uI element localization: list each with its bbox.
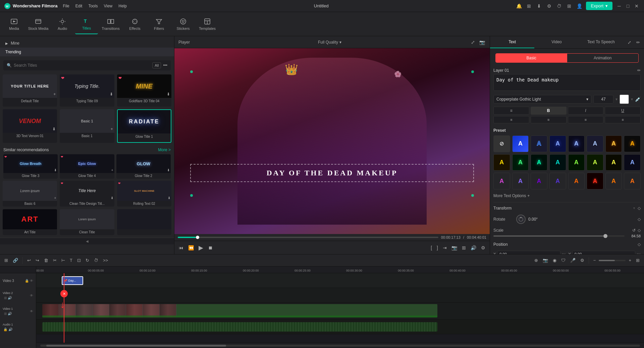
menu-edit[interactable]: Edit bbox=[75, 4, 83, 8]
a1-vol-icon[interactable]: 🔊 bbox=[8, 328, 12, 331]
bold-button[interactable]: B bbox=[531, 107, 567, 115]
more-text-options[interactable]: More Text Options + bbox=[493, 192, 641, 201]
quality-selector[interactable]: Full Quality ▾ bbox=[318, 40, 341, 45]
scale-reset-icon[interactable]: ↺ bbox=[632, 228, 636, 233]
preset-12[interactable]: A bbox=[568, 154, 585, 171]
more-tile-art[interactable]: ART Art Title bbox=[3, 209, 57, 235]
rotate-dial[interactable] bbox=[516, 215, 526, 224]
video-clip[interactable] bbox=[42, 304, 437, 317]
ba-tab-animation[interactable]: Animation bbox=[567, 54, 639, 62]
collapse-panel-button[interactable]: ◀ bbox=[0, 238, 174, 244]
align-right-button[interactable]: ≡ bbox=[568, 116, 604, 123]
export-button[interactable]: Export ▾ bbox=[586, 2, 612, 10]
tl-minus-zoom-button[interactable]: − bbox=[592, 257, 598, 264]
tl-mic-button[interactable]: 🎤 bbox=[569, 257, 577, 264]
tl-plus-zoom-button[interactable]: + bbox=[627, 257, 633, 264]
layer-edit-icon[interactable]: ✏ bbox=[637, 68, 641, 73]
tl-cut-button[interactable]: ✂ bbox=[51, 257, 58, 264]
nav-mine[interactable]: ▶ Mine bbox=[0, 39, 174, 48]
v1-pip-icon[interactable]: ⊞ bbox=[4, 312, 7, 315]
text-content-input[interactable]: Day of the Dead makeup bbox=[493, 74, 641, 91]
import-icon[interactable]: ⬇ bbox=[536, 3, 542, 9]
preset-13[interactable]: A bbox=[587, 154, 603, 171]
toolbar-transitions[interactable]: Transitions bbox=[99, 14, 122, 34]
preset-18[interactable]: A bbox=[531, 173, 547, 189]
delete-marker[interactable]: ✕ bbox=[60, 290, 68, 297]
v1-vol-icon[interactable]: 🔊 bbox=[8, 312, 12, 315]
tab-tts[interactable]: Text To Speech bbox=[579, 36, 623, 48]
preset-4[interactable]: A bbox=[568, 135, 585, 152]
preset-19[interactable]: A bbox=[549, 173, 566, 189]
preset-14[interactable]: A bbox=[605, 154, 622, 171]
more-tile-clean[interactable]: ❤ Title Here ⬇ Clean Title Design Titl..… bbox=[60, 181, 114, 207]
play-button[interactable]: ▶ bbox=[198, 244, 204, 251]
tl-split-button[interactable]: ⊢ bbox=[60, 257, 67, 264]
more-tile-rolling[interactable]: ❤ SLOT MACHINE ⬇ Rolling Text 02 bbox=[117, 181, 171, 207]
tl-split-view-button[interactable]: ⊞ bbox=[3, 257, 10, 264]
handle-bl[interactable] bbox=[190, 194, 193, 197]
toolbar-audio[interactable]: Audio bbox=[51, 14, 74, 34]
settings2-button[interactable]: ⚙ bbox=[480, 245, 486, 250]
preset-21[interactable]: A bbox=[587, 173, 603, 189]
pos-y-input[interactable] bbox=[572, 251, 636, 254]
timeline-scroll[interactable] bbox=[40, 345, 640, 347]
handle-tl[interactable] bbox=[190, 70, 193, 73]
video-text-overlay[interactable]: DAY OF THE DEAD MAKEUP bbox=[190, 164, 474, 182]
preset-6[interactable]: A bbox=[605, 135, 622, 152]
zoom-slider[interactable] bbox=[599, 260, 626, 261]
title-card-default[interactable]: YOUR TITLE HERE + Default Title bbox=[3, 74, 57, 107]
toolbar-effects[interactable]: Effects bbox=[123, 14, 146, 34]
title-card-basic1[interactable]: Basic 1 + Basic 1 bbox=[60, 109, 114, 143]
a1-lock-icon[interactable]: 🔒 bbox=[3, 328, 7, 331]
color-swatch[interactable] bbox=[620, 95, 629, 104]
layout-icon[interactable]: ⊞ bbox=[566, 3, 573, 9]
progress-bar[interactable] bbox=[178, 237, 438, 238]
account-icon[interactable]: 👤 bbox=[576, 3, 583, 9]
tl-speed-button[interactable]: ⏱ bbox=[92, 257, 100, 264]
tl-redo-button[interactable]: ↪ bbox=[34, 257, 41, 264]
more-button[interactable]: More > bbox=[158, 148, 171, 152]
toolbar-templates[interactable]: Templates bbox=[196, 14, 219, 34]
tab-text[interactable]: Text bbox=[490, 36, 534, 48]
tl-crop-button[interactable]: ⊡ bbox=[75, 257, 83, 264]
screenrecord-icon[interactable]: ⊞ bbox=[526, 3, 532, 9]
preset-17[interactable]: A bbox=[512, 173, 529, 189]
skip-back-button[interactable]: ⏮ bbox=[178, 245, 184, 250]
filter-button[interactable]: All bbox=[152, 62, 161, 68]
preset-5[interactable]: A bbox=[587, 135, 603, 152]
v2-eye-icon[interactable]: 👁 bbox=[30, 294, 33, 297]
tl-circle-button[interactable]: ◉ bbox=[551, 257, 558, 264]
ba-tab-basic[interactable]: Basic bbox=[496, 54, 567, 62]
tl-grid-button[interactable]: ⊞ bbox=[634, 257, 641, 264]
settings-icon[interactable]: ⚙ bbox=[546, 3, 552, 9]
title-card-venom[interactable]: VENOM ⬇ 3D Text Venom 01 bbox=[3, 109, 57, 143]
preset-7[interactable]: A bbox=[624, 135, 641, 152]
pos-x-input[interactable] bbox=[497, 251, 560, 254]
preset-16[interactable]: A bbox=[493, 173, 510, 189]
stop-button[interactable]: ⏹ bbox=[207, 245, 214, 250]
nav-trending[interactable]: Trending bbox=[0, 48, 174, 56]
close-button[interactable]: ✕ bbox=[633, 3, 640, 9]
title-clip[interactable]: 📌 Day... bbox=[62, 276, 83, 285]
align-justify-button2[interactable]: ≡ bbox=[605, 116, 641, 123]
font-size-input[interactable] bbox=[593, 95, 613, 104]
preset-15[interactable]: A bbox=[624, 154, 641, 171]
track-eye-icon[interactable]: 👁 bbox=[30, 279, 33, 283]
audio-clip[interactable] bbox=[42, 322, 437, 332]
rotate-keyframe-icon[interactable]: ◇ bbox=[638, 217, 641, 222]
toolbar-media[interactable]: Media bbox=[3, 14, 25, 34]
transform-header[interactable]: Transform ▾ ◇ bbox=[493, 204, 641, 213]
tl-rotate-button[interactable]: ↻ bbox=[84, 257, 91, 264]
tl-shield-button[interactable]: 🛡 bbox=[559, 257, 567, 264]
title-card-glow1[interactable]: RADIATE Glow Title 1 bbox=[117, 109, 171, 143]
tl-settings-button[interactable]: ⚙ bbox=[579, 257, 586, 264]
preset-none[interactable]: ⊘ bbox=[493, 135, 510, 152]
mark-out-button[interactable]: ] bbox=[436, 245, 439, 250]
similar-glow2[interactable]: GLOW ⬇ Glow Title 2 bbox=[116, 154, 171, 179]
underline-button[interactable]: U bbox=[605, 107, 641, 115]
transform-keyframe-icon[interactable]: ◇ bbox=[638, 206, 641, 211]
tl-add-track-button[interactable]: ⊕ bbox=[533, 257, 540, 264]
preset-22[interactable]: A bbox=[605, 173, 622, 189]
edit-icon[interactable]: ✏ bbox=[635, 39, 641, 46]
title-card-goldflare[interactable]: ❤ MINE ⬇ Goldflare 3D Title 04 bbox=[117, 74, 171, 107]
